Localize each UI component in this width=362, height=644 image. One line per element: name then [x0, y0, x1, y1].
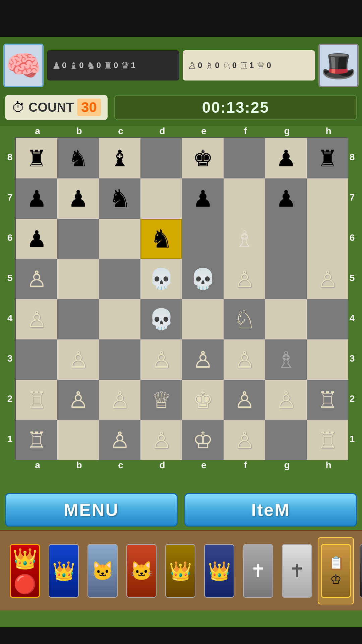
cell-e2[interactable]: ♚: [182, 380, 224, 420]
cell-f3[interactable]: ♙: [224, 339, 265, 380]
cell-b1[interactable]: [57, 420, 99, 460]
bottom-buttons: MENU IteM: [0, 491, 362, 528]
cell-d6[interactable]: ♞: [140, 219, 182, 259]
cell-b2[interactable]: ♙: [57, 380, 99, 420]
cell-f1[interactable]: ♙: [224, 420, 265, 460]
players-row: 🧠 ♟ 0 ♝ 0 ♞ 0 ♜ 0: [0, 37, 362, 91]
cell-a7[interactable]: ♟: [16, 178, 57, 219]
cell-c3[interactable]: [99, 339, 140, 380]
cell-g8[interactable]: ♟: [265, 138, 307, 178]
item-button[interactable]: IteM: [184, 493, 357, 527]
piece-option-4[interactable]: 🐱: [123, 537, 160, 604]
piece-option-1[interactable]: 👑 🔴: [7, 537, 43, 604]
piece-option-10[interactable]: ✝: [357, 537, 362, 604]
cell-a2[interactable]: ♖: [16, 380, 57, 420]
cell-h8[interactable]: ♜: [307, 138, 348, 178]
cell-d7[interactable]: [140, 178, 182, 219]
captured-queen: ♛ 1: [121, 60, 135, 71]
cell-h5[interactable]: ♙: [307, 259, 348, 299]
cell-d1[interactable]: ♙: [140, 420, 182, 460]
wcaptured-bishop: ♗ 0: [205, 60, 219, 71]
piece-option-7[interactable]: ✝: [240, 537, 276, 604]
cell-b7[interactable]: ♟: [57, 178, 99, 219]
cell-f5[interactable]: ♙: [224, 259, 265, 299]
player-left-face: 🧠: [6, 51, 41, 80]
cell-g3[interactable]: ♗: [265, 339, 307, 380]
file-labels-top: a b c d e f g h: [17, 126, 357, 137]
cell-c1[interactable]: ♙: [99, 420, 140, 460]
cell-b6[interactable]: [57, 219, 99, 259]
cell-a8[interactable]: ♜: [16, 138, 57, 178]
cell-h4[interactable]: [307, 299, 348, 339]
timer-row: ⏱ COUNT 30 00:13:25: [0, 91, 362, 124]
cell-a5[interactable]: ♙: [16, 259, 57, 299]
cell-a6[interactable]: ♟: [16, 219, 57, 259]
piece-selector: 👑 🔴 👑 🐱 🐱 👑 👑: [0, 530, 362, 610]
cell-h1[interactable]: ♖: [307, 420, 348, 460]
timer-box: 00:13:25: [114, 95, 357, 120]
cell-h2[interactable]: ♖: [307, 380, 348, 420]
piece-option-6[interactable]: 👑: [201, 537, 237, 604]
count-label: COUNT: [28, 100, 74, 115]
cell-d2[interactable]: ♕: [140, 380, 182, 420]
cell-e4[interactable]: [182, 299, 224, 339]
cell-c6[interactable]: [99, 219, 140, 259]
captured-pawn: ♟ 0: [52, 60, 66, 71]
player-left-avatar: 🧠: [3, 44, 44, 87]
cell-c7[interactable]: ♞: [99, 178, 140, 219]
cell-f8[interactable]: [224, 138, 265, 178]
piece-option-9[interactable]: 📋 ♔: [318, 537, 354, 604]
cell-a4[interactable]: ♙: [16, 299, 57, 339]
cell-e3[interactable]: ♙: [182, 339, 224, 380]
piece-option-8[interactable]: ✝: [279, 537, 315, 604]
cell-c4[interactable]: [99, 299, 140, 339]
black-captured: ♟ 0 ♝ 0 ♞ 0 ♜ 0 ♛ 1: [47, 50, 179, 80]
cell-b8[interactable]: ♞: [57, 138, 99, 178]
rank-labels-left: 8 7 6 5 4 3 2 1: [5, 137, 15, 459]
cell-d3[interactable]: ♙: [140, 339, 182, 380]
cell-f7[interactable]: [224, 178, 265, 219]
cell-a1[interactable]: ♖: [16, 420, 57, 460]
captured-rook: ♜ 0: [104, 60, 118, 71]
cell-h3[interactable]: [307, 339, 348, 380]
cell-d4[interactable]: 💀: [140, 299, 182, 339]
piece-option-3[interactable]: 🐱: [84, 537, 121, 604]
cell-g2[interactable]: ♙: [265, 380, 307, 420]
cell-e8[interactable]: ♚: [182, 138, 224, 178]
piece-option-5[interactable]: 👑: [162, 537, 198, 604]
cell-d5[interactable]: 💀: [140, 259, 182, 299]
cell-g7[interactable]: ♟: [265, 178, 307, 219]
cell-c5[interactable]: [99, 259, 140, 299]
menu-button[interactable]: MENU: [5, 493, 178, 527]
cell-g6[interactable]: [265, 219, 307, 259]
wcaptured-rook: ♖ 1: [239, 60, 254, 71]
cell-a3[interactable]: [16, 339, 57, 380]
cell-g4[interactable]: [265, 299, 307, 339]
cell-e6[interactable]: [182, 219, 224, 259]
cell-g5[interactable]: [265, 259, 307, 299]
cell-e5[interactable]: 💀: [182, 259, 224, 299]
file-labels-bottom: a b c d e f g h: [17, 460, 357, 471]
cell-c2[interactable]: ♙: [99, 380, 140, 420]
cell-b4[interactable]: [57, 299, 99, 339]
cell-h6[interactable]: [307, 219, 348, 259]
cell-b3[interactable]: ♙: [57, 339, 99, 380]
chess-board[interactable]: ♜ ♞ ♝ ♚ ♟ ♜ ♟: [15, 137, 347, 459]
cell-e1[interactable]: ♔: [182, 420, 224, 460]
cell-c8[interactable]: ♝: [99, 138, 140, 178]
cell-f4[interactable]: ♘: [224, 299, 265, 339]
cell-b5[interactable]: [57, 259, 99, 299]
piece-option-2[interactable]: 👑: [46, 537, 82, 604]
cell-g1[interactable]: [265, 420, 307, 460]
bottom-bar: [0, 627, 362, 644]
wcaptured-queen: ♕ 0: [256, 60, 271, 71]
cell-f2[interactable]: ♙: [224, 380, 265, 420]
cell-f6[interactable]: ♗: [224, 219, 265, 259]
count-box: ⏱ COUNT 30: [5, 95, 108, 120]
cell-h7[interactable]: [307, 178, 348, 219]
wcaptured-pawn: ♙ 0: [188, 60, 202, 71]
timer-icon: ⏱: [12, 100, 25, 115]
cell-e7[interactable]: ♟: [182, 178, 224, 219]
cell-d8[interactable]: [140, 138, 182, 178]
wcaptured-knight: ♘ 0: [222, 60, 237, 71]
